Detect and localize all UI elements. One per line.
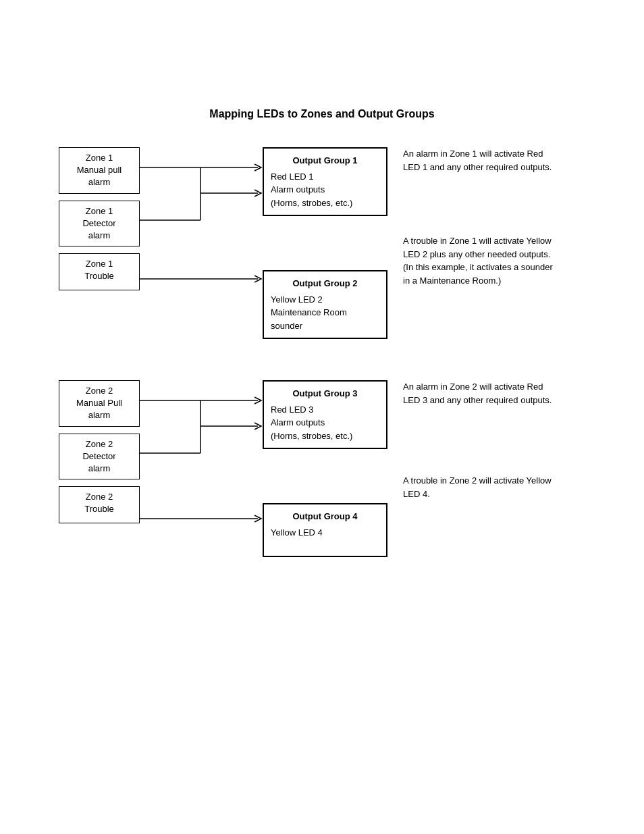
desc-group-2: An alarm in Zone 2 will activate Red LED… <box>403 380 558 500</box>
output-group-2: Output Group 3 Red LED 3 Alarm outputs (… <box>263 380 387 557</box>
output-box-1-2: Output Group 2 Yellow LED 2 Maintenance … <box>263 270 387 339</box>
output-box-2-2: Output Group 4 Yellow LED 4 <box>263 503 387 557</box>
desc-group-1: An alarm in Zone 1 will activate Red LED… <box>403 147 558 287</box>
page-title: Mapping LEDs to Zones and Output Groups <box>209 108 434 120</box>
desc-2-1: An alarm in Zone 2 will activate Red LED… <box>403 380 558 407</box>
section1: Zone 1 Manual pull alarm Zone 1 Detector… <box>59 147 585 343</box>
section2: Zone 2 Manual Pull alarm Zone 2 Detector… <box>59 380 585 590</box>
output-box-1-1: Output Group 1 Red LED 1 Alarm outputs (… <box>263 147 387 216</box>
desc-1-2: A trouble in Zone 1 will activate Yellow… <box>403 234 558 287</box>
page: Mapping LEDs to Zones and Output Groups … <box>0 0 644 834</box>
desc-1-1: An alarm in Zone 1 will activate Red LED… <box>403 147 558 174</box>
output-group-1: Output Group 1 Red LED 1 Alarm outputs (… <box>263 147 387 339</box>
output-box-2-1: Output Group 3 Red LED 3 Alarm outputs (… <box>263 380 387 449</box>
desc-2-2: A trouble in Zone 2 will activate Yellow… <box>403 474 558 500</box>
